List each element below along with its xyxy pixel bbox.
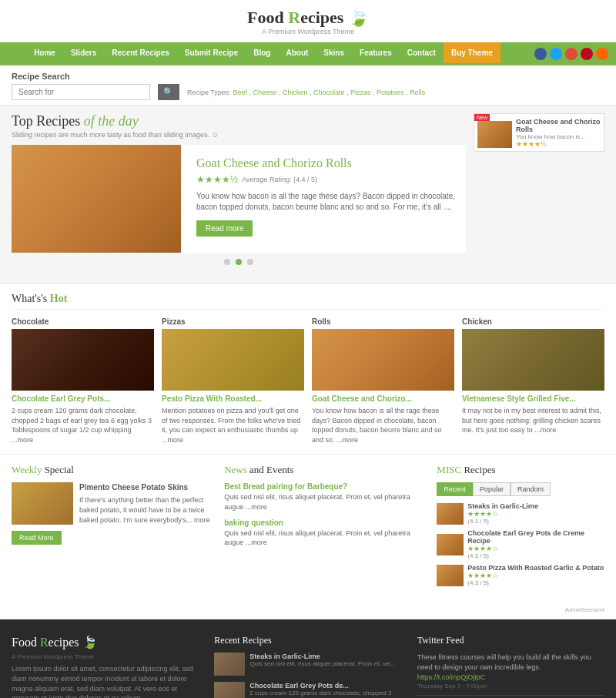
news-title-1[interactable]: Best Bread pairing for Barbeque? xyxy=(224,482,425,491)
misc-img-1 xyxy=(437,503,464,525)
main-nav: Home Sliders Recent Recipes Submit Recip… xyxy=(0,42,616,65)
rss-icon[interactable] xyxy=(596,48,608,60)
site-logo: Food Recipes 🍃 xyxy=(0,8,616,28)
type-chocolate[interactable]: Chocolate xyxy=(313,89,345,96)
misc-item-1: Steaks in Garlic-Lime ★★★★☆ (4.1 / 5) xyxy=(437,502,604,525)
tweet-date-1: Thursday Sep 7 - 7:00pm xyxy=(417,682,604,690)
hot-img-pizzas[interactable] xyxy=(162,329,304,391)
misc-rating-3: (4.3 / 5) xyxy=(467,579,604,586)
slider-section: Top Recipes of the day Sliding recipes a… xyxy=(0,105,616,284)
twitter-icon[interactable] xyxy=(550,48,562,60)
weekly-title: Weekly Special xyxy=(12,464,213,476)
misc-recipes-col: MISC Recipes Recent Popular Random Steak… xyxy=(437,464,604,591)
hot-title-chicken[interactable]: Vietnamese Style Grilled Five... xyxy=(462,394,604,403)
slider-dot-3[interactable] xyxy=(247,259,253,265)
type-pizzas[interactable]: Pizzas xyxy=(350,89,371,96)
thumb-title: Goat Cheese and Chorizo Rolls xyxy=(516,118,601,133)
rating-stars: ★★★★½ xyxy=(196,174,238,185)
pinterest-icon[interactable] xyxy=(581,48,593,60)
hot-desc-chicken: It may not be in my best interest to adm… xyxy=(462,406,604,435)
footer-recipe-desc-1: Quis sed nisl elit, risus aliquet placer… xyxy=(249,660,395,667)
misc-stars-1: ★★★★☆ xyxy=(467,510,604,518)
footer-tagline: A Premium Wordpress Theme xyxy=(12,653,199,660)
slider-thumb[interactable]: New Goat Cheese and Chorizo Rolls You kn… xyxy=(474,113,604,152)
weekly-image xyxy=(12,482,73,525)
footer-about-col: Food Recipes 🍃 A Premium Wordpress Theme… xyxy=(12,635,199,698)
misc-rating-2: (4.3 / 5) xyxy=(467,552,604,559)
facebook-icon[interactable] xyxy=(534,48,547,60)
type-chicken[interactable]: Chicken xyxy=(283,89,308,96)
search-button[interactable]: 🔍 xyxy=(158,84,179,100)
nav-blog[interactable]: Blog xyxy=(246,42,278,63)
hot-title-chocolate[interactable]: Chocolate Earl Grey Pots... xyxy=(12,394,154,403)
misc-img-2 xyxy=(437,534,464,555)
footer-logo: Food Recipes 🍃 xyxy=(12,635,199,649)
slider-dot-1[interactable] xyxy=(224,259,230,265)
nav-home[interactable]: Home xyxy=(26,42,63,63)
hot-cat-rolls: Rolls xyxy=(312,317,454,326)
search-input[interactable] xyxy=(12,84,150,100)
footer-recipes-col: Recent Recipes Steaks in Garlic-Lime Qui… xyxy=(214,635,401,698)
hot-img-chicken[interactable] xyxy=(462,329,604,391)
weekly-read-more[interactable]: Read More xyxy=(12,531,62,545)
footer-recipe-title-2[interactable]: Chocolate Earl Grey Pots de... xyxy=(249,682,401,690)
nav-skins[interactable]: Skins xyxy=(316,42,352,63)
three-col-section: Weekly Special Pimento Cheese Potato Ski… xyxy=(0,454,616,600)
hot-title-rolls[interactable]: Goat Cheese and Chorizo... xyxy=(312,394,454,403)
hot-item-rolls: Rolls Goat Cheese and Chorizo... You kno… xyxy=(312,317,454,445)
googleplus-icon[interactable] xyxy=(565,48,578,60)
misc-rating-1: (4.1 / 5) xyxy=(467,518,604,525)
news-item-2: baking question Quis sed nisl elit, risu… xyxy=(224,518,425,548)
footer-grid: Food Recipes 🍃 A Premium Wordpress Theme… xyxy=(12,635,604,698)
slider-heading: Top Recipes of the day xyxy=(12,113,466,129)
misc-item-3: Pesto Pizza With Roasted Garlic & Potato… xyxy=(437,564,604,586)
nav-about[interactable]: About xyxy=(278,42,316,63)
tab-recent[interactable]: Recent xyxy=(437,482,473,496)
type-beef[interactable]: Beef xyxy=(233,89,247,96)
news-title-2[interactable]: baking question xyxy=(224,518,425,527)
nav-submit-recipe[interactable]: Submit Recipe xyxy=(177,42,246,63)
slider-featured: Goat Cheese and Chorizo Rolls ★★★★½ Aver… xyxy=(12,145,466,253)
type-cheese[interactable]: Cheese xyxy=(253,89,276,96)
tab-popular[interactable]: Popular xyxy=(473,482,511,496)
nav-recent-recipes[interactable]: Recent Recipes xyxy=(104,42,176,63)
nav-buy-theme[interactable]: Buy Theme xyxy=(444,42,500,63)
thumb-stars: ★★★★½ xyxy=(516,140,601,148)
news-item-1: Best Bread pairing for Barbeque? Quis se… xyxy=(224,482,425,512)
slider-subtext: Sliding recipes are much more tasty as f… xyxy=(12,131,466,139)
footer-recipe-desc-2: 2 cups cream 120 grams dark chocolate, c… xyxy=(249,690,401,698)
nav-features[interactable]: Features xyxy=(352,42,400,63)
tweet-link-1[interactable]: https://t.co/mpQjOjtpC xyxy=(417,673,486,681)
slider-rating: ★★★★½ Average Rating: (4.4 / 5) xyxy=(196,174,458,185)
misc-info-3: Pesto Pizza With Roasted Garlic & Potato… xyxy=(467,564,604,586)
hot-img-chocolate[interactable] xyxy=(12,329,154,391)
misc-title-2[interactable]: Chocolate Earl Grey Pots de Creme Recipe xyxy=(467,529,604,545)
type-potatoes[interactable]: Potatoes xyxy=(377,89,404,96)
misc-stars-3: ★★★★☆ xyxy=(467,572,604,579)
slider-recipe-title: Goat Cheese and Chorizo Rolls xyxy=(196,156,458,170)
site-footer: Food Recipes 🍃 A Premium Wordpress Theme… xyxy=(0,619,616,698)
footer-recipe-img-2 xyxy=(214,682,245,698)
footer-recipe-title-1[interactable]: Steaks in Garlic-Lime xyxy=(249,653,395,660)
slider-read-more[interactable]: Read more xyxy=(196,220,253,237)
nav-contact[interactable]: Contact xyxy=(400,42,444,63)
nav-sliders[interactable]: Sliders xyxy=(63,42,104,63)
slider-description: You know how bacon is all the rage these… xyxy=(196,191,458,213)
thumb-desc: You know how bacon is... xyxy=(516,133,601,140)
tab-random[interactable]: Random xyxy=(511,482,551,496)
weekly-text: Pimento Cheese Potato Skins If there's a… xyxy=(79,482,213,525)
slider-dot-2[interactable] xyxy=(236,259,242,265)
footer-recipe-1: Steaks in Garlic-Lime Quis sed nisl elit… xyxy=(214,653,401,676)
misc-title-3[interactable]: Pesto Pizza With Roasted Garlic & Potato xyxy=(467,564,604,572)
footer-tweet-1: These fitness courses will help you buil… xyxy=(417,653,604,696)
hot-cat-chocolate: Chocolate xyxy=(12,317,154,326)
hot-img-rolls[interactable] xyxy=(312,329,454,391)
misc-title-1[interactable]: Steaks in Garlic-Lime xyxy=(467,502,604,510)
misc-info-2: Chocolate Earl Grey Pots de Creme Recipe… xyxy=(467,529,604,559)
news-title: News and Events xyxy=(224,464,425,476)
recipe-types: Recipe Types: Beef , Cheese , Chicken , … xyxy=(187,89,425,96)
hot-title-pizzas[interactable]: Pesto Pizza With Roasted... xyxy=(162,394,304,403)
footer-recipes-title: Recent Recipes xyxy=(214,635,401,646)
type-rolls[interactable]: Rolls xyxy=(410,89,425,96)
footer-twitter-col: Twitter Feed These fitness courses will … xyxy=(417,635,604,698)
